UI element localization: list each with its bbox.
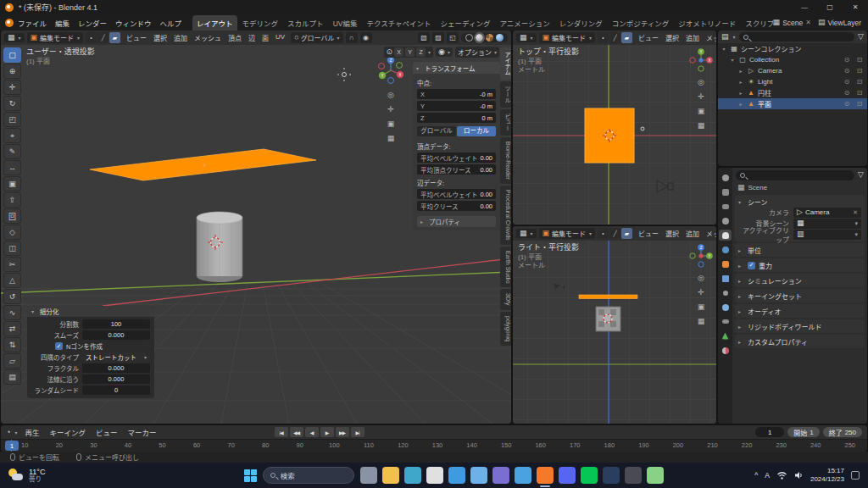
proportional-edit-icon[interactable]: ◉ (360, 32, 372, 43)
show-overlays-icon[interactable]: ▨ (432, 32, 444, 43)
viewport-menu[interactable]: UV (272, 32, 288, 43)
blender-menu-icon[interactable] (5, 19, 14, 27)
tool-button[interactable]: ▱ (3, 353, 21, 369)
sidebar-tab[interactable]: 3Dfy (500, 289, 511, 309)
zoom-icon[interactable]: ◎ (385, 89, 397, 100)
global-space-button[interactable]: グローバル (417, 126, 456, 136)
properties-tab-material[interactable] (719, 345, 732, 356)
top-scene[interactable] (513, 45, 716, 225)
minimize-button[interactable]: — (792, 0, 817, 14)
local-space-button[interactable]: ローカル (457, 126, 496, 136)
hide-eye-icon[interactable]: ⊙ (842, 56, 852, 64)
taskbar-search-input[interactable]: 検索 (263, 467, 354, 484)
viewport-menu[interactable]: ビュー (635, 228, 662, 239)
close-button[interactable]: ✕ (843, 0, 868, 14)
tray-chevron-icon[interactable]: ^ (754, 471, 758, 480)
menu-item[interactable]: ウィンドウ (111, 16, 156, 30)
tool-button[interactable]: △ (3, 273, 21, 288)
wifi-icon[interactable] (776, 471, 787, 480)
timeline-ruler[interactable]: 1 10203040506070809010011012013014015016… (1, 439, 867, 452)
sidebar-tab[interactable]: Procedural Crowds (500, 186, 511, 245)
hide-eye-icon[interactable]: ⊙ (842, 89, 852, 97)
taskbar-app[interactable] (647, 467, 664, 484)
mean-bevel-weight-field[interactable]: 平均ベベルウェイト0.00 (417, 152, 496, 163)
sidebar-tab[interactable]: アイテム (500, 47, 511, 80)
pan-hand-icon[interactable]: ✛ (385, 103, 397, 114)
frame-start-field[interactable]: 開始1 (787, 427, 819, 437)
tool-button[interactable]: ✎ (3, 144, 21, 159)
editor-type-button[interactable]: ▦▾ (516, 229, 537, 238)
properties-tab-physics[interactable] (719, 302, 732, 313)
section-units[interactable]: ▸単位 (735, 243, 865, 257)
playhead[interactable]: 1 (5, 441, 19, 451)
camera-view-icon[interactable]: ▣ (695, 301, 707, 312)
outliner-search-input[interactable] (739, 32, 855, 42)
render-visibility-icon[interactable]: ⊡ (854, 100, 865, 108)
filter-icon[interactable]: ▽ (858, 171, 864, 179)
menu-item[interactable]: ヘルプ (156, 16, 186, 30)
taskbar-app[interactable] (382, 467, 399, 484)
menu-item[interactable]: ファイル (14, 16, 51, 30)
falloff-group[interactable]: ◉▾ (436, 47, 453, 57)
viewport-menu[interactable]: 辺 (245, 32, 259, 43)
mirror-y-button[interactable]: Y (405, 47, 415, 57)
section-audio[interactable]: ▸オーディオ (735, 304, 865, 318)
face-select-mode-button[interactable]: ▰ (621, 32, 632, 43)
workspace-tab[interactable]: シェーディング (437, 15, 495, 30)
properties-tab-view-layer[interactable] (719, 215, 732, 226)
workspace-tab[interactable]: ジオメトリノード (674, 15, 740, 30)
tool-button[interactable]: ↺ (3, 289, 21, 304)
pan-hand-icon[interactable]: ✛ (695, 91, 707, 102)
light-object[interactable] (641, 127, 644, 130)
clear-icon[interactable]: ✕ (853, 209, 858, 216)
gravity-checkbox[interactable]: ✓ (748, 262, 755, 269)
options-dropdown[interactable]: オプション▾ (455, 47, 499, 58)
section-keying-sets[interactable]: ▸キーイングセット (735, 289, 865, 302)
taskbar-app[interactable] (360, 467, 377, 484)
mode-dropdown[interactable]: ▣編集モード▾ (539, 32, 596, 43)
light-object[interactable] (554, 283, 565, 289)
transform-panel-header[interactable]: ▾トランスフォーム (413, 62, 500, 74)
viewport-menu[interactable]: 追加 (170, 32, 191, 43)
tool-button[interactable]: 回 (3, 208, 21, 224)
taskbar-app[interactable] (448, 467, 465, 484)
viewport-menu[interactable]: ビュー (635, 32, 662, 43)
mode-dropdown[interactable]: ▣編集モード▾ (27, 32, 84, 43)
outliner-row-plane[interactable]: ▸▲ 平面 ⊙⊡ (718, 98, 867, 109)
properties-tab-tool[interactable] (719, 172, 732, 183)
grid-ortho-icon[interactable]: ▦ (385, 132, 397, 143)
active-clip-field[interactable]: ▥▾ (793, 230, 861, 240)
editor-type-button[interactable]: ▦▾ (4, 33, 25, 42)
background-scene-field[interactable]: ▦▾ (793, 219, 861, 229)
render-visibility-icon[interactable]: ⊡ (854, 56, 865, 64)
timeline-menu[interactable]: ビュー (92, 425, 122, 439)
viewport-menu[interactable]: 頂点 (225, 32, 245, 43)
selected-plane-mesh[interactable] (579, 295, 637, 299)
taskbar-app[interactable] (404, 467, 421, 484)
cylinder-mesh[interactable] (197, 212, 242, 282)
workspace-tab[interactable]: コンポジティング (608, 15, 674, 30)
scene-camera-field[interactable]: ▷Camera✕ (793, 208, 861, 218)
viewport-menu[interactable]: ビュー (123, 32, 150, 43)
transport-button[interactable]: |◀ (275, 427, 288, 437)
grid-ortho-icon[interactable]: ▦ (695, 315, 707, 326)
outliner-row-cylinder[interactable]: ▸▲ 円柱 ⊙⊡ (718, 87, 867, 98)
edge-crease-field[interactable]: 平均クリース0.00 (417, 201, 496, 211)
timeline-menu[interactable]: 再生 (20, 425, 43, 439)
viewport-menu[interactable]: 選択 (150, 32, 170, 43)
selected-plane-mesh[interactable] (585, 108, 634, 163)
transport-button[interactable]: ◀◀ (290, 427, 303, 437)
viewport-canvas[interactable]: トップ・平行投影 (1) 平面 メートル Y X ◎ ✛ ▣ ▦ (513, 45, 716, 225)
properties-subpanel-header[interactable]: ▸プロパティ (417, 216, 496, 227)
viewport-menu[interactable]: メッシュ (191, 32, 225, 43)
material-shading-icon[interactable] (486, 34, 493, 42)
tool-button[interactable]: ◇ (3, 225, 21, 240)
tool-button[interactable]: ▢ (3, 47, 21, 63)
tool-button[interactable]: ◰ (3, 112, 21, 127)
sidebar-tab[interactable]: Biome-Reader (500, 137, 511, 184)
properties-tab-world[interactable] (719, 244, 732, 255)
properties-tab-object[interactable] (719, 258, 732, 269)
section-custom-properties[interactable]: ▸カスタムプロパティ (735, 335, 865, 348)
show-gizmo-icon[interactable]: ▧ (418, 32, 430, 43)
side-scene[interactable] (513, 241, 716, 424)
